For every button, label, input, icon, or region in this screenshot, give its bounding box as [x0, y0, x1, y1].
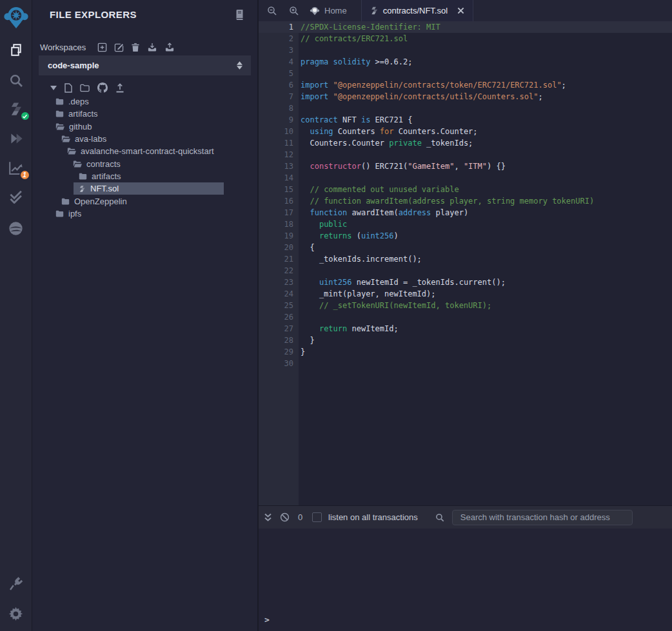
line-number: 14 [259, 172, 293, 184]
code-line[interactable]: 5 [259, 68, 672, 79]
sidebar-item-solidity-compiler[interactable] [6, 99, 26, 119]
close-tab-icon[interactable] [457, 7, 464, 14]
workspace-select[interactable]: code-sample [39, 55, 251, 75]
delete-workspace-button[interactable] [131, 43, 140, 52]
tree-item-ava-labs[interactable]: ava-labs [56, 133, 224, 145]
tree-item-nft-sol[interactable]: NFT.sol [74, 182, 224, 195]
sidebar-item-analytics[interactable]: 1 [6, 159, 26, 178]
code-line[interactable]: 13 constructor() ERC721("GameItem", "ITM… [259, 160, 672, 172]
code-editor[interactable]: 1//SPDX-License-Identifier: MIT2// contr… [259, 21, 672, 505]
tree-item-label: ipfs [68, 209, 81, 218]
download-workspace-button[interactable] [147, 43, 157, 52]
new-file-button[interactable] [64, 83, 72, 93]
icon-bar: 1 [0, 0, 32, 631]
tree-item-label: artifacts [68, 109, 98, 119]
code-line[interactable]: 9contract NFT is ERC721 { [259, 114, 672, 126]
remix-logo[interactable] [1, 3, 31, 32]
terminal-output[interactable]: > [259, 529, 672, 631]
line-number: 22 [259, 265, 293, 277]
restore-workspace-button[interactable] [164, 43, 175, 52]
expand-terminal-button[interactable] [264, 513, 272, 522]
line-number: 23 [259, 277, 293, 288]
tree-item-artifacts[interactable]: artifacts [74, 170, 224, 182]
folder-icon [55, 209, 64, 218]
rename-workspace-button[interactable] [114, 43, 124, 52]
code-line[interactable]: 20 { [259, 242, 672, 253]
code-line[interactable]: 27 return newItemId; [259, 323, 672, 335]
code-line[interactable]: 21 _tokenIds.increment(); [259, 253, 672, 265]
zoom-out-button[interactable] [267, 6, 277, 16]
code-line[interactable]: 1//SPDX-License-Identifier: MIT [259, 21, 672, 33]
code-line[interactable]: 6import "@openzeppelin/contracts/token/E… [259, 79, 672, 91]
line-number: 12 [259, 149, 293, 160]
collapse-tree-button[interactable] [50, 86, 57, 90]
line-number: 27 [259, 323, 293, 335]
code-line[interactable]: 25 // _setTokenURI(newItemId, tokenURI); [259, 300, 672, 311]
new-folder-button[interactable] [80, 84, 90, 92]
line-number: 29 [259, 346, 293, 358]
sidebar-item-search[interactable] [6, 71, 26, 90]
sidebar-item-unit-testing[interactable] [6, 188, 26, 207]
tree-item--deps[interactable]: .deps [50, 95, 224, 108]
tree-item-artifacts[interactable]: artifacts [50, 108, 224, 120]
line-content [293, 104, 301, 113]
tree-item-github[interactable]: github [50, 121, 224, 133]
zoom-in-icon [289, 6, 299, 16]
code-line[interactable]: 8 [259, 102, 672, 114]
sidebar-item-plugin-manager[interactable] [6, 574, 26, 594]
code-line[interactable]: 11 Counters.Counter private _tokenIds; [259, 137, 672, 149]
code-line[interactable]: 15 // commented out unused variable [259, 184, 672, 195]
code-line[interactable]: 10 using Counters for Counters.Counter; [259, 126, 672, 137]
line-content: Counters.Counter private _tokenIds; [293, 139, 473, 148]
line-number: 2 [259, 33, 293, 44]
github-import-button[interactable] [97, 83, 108, 93]
code-line[interactable]: 29} [259, 346, 672, 358]
line-content: { [293, 243, 315, 252]
code-line[interactable]: 19 returns (uint256) [259, 230, 672, 242]
open-folder-icon [67, 147, 76, 155]
tab-contracts-nft-sol[interactable]: contracts/NFT.sol [361, 0, 473, 21]
code-line[interactable]: 28 } [259, 335, 672, 346]
sidebar-item-settings[interactable] [6, 604, 26, 623]
sidebar-item-deploy-run[interactable] [6, 129, 26, 148]
listen-transactions-checkbox[interactable] [312, 512, 322, 522]
code-line[interactable]: 12 [259, 149, 672, 160]
code-line[interactable]: 23 uint256 newItemId = _tokenIds.current… [259, 277, 672, 288]
new-folder-icon [80, 84, 90, 92]
code-line[interactable]: 24 _mint(player, newItemId); [259, 288, 672, 300]
code-line[interactable]: 2// contracts/ERC721.sol [259, 33, 672, 44]
transaction-search-input[interactable] [452, 510, 633, 525]
code-line[interactable]: 22 [259, 265, 672, 277]
sidebar-item-plugin-sphere[interactable] [6, 218, 26, 238]
upload-file-button[interactable] [115, 83, 124, 93]
clear-console-button[interactable] [280, 512, 290, 522]
tab-home[interactable]: Home [310, 0, 361, 21]
sidebar-item-file-explorer[interactable] [6, 41, 26, 61]
tree-item-ipfs[interactable]: ipfs [50, 208, 224, 220]
transaction-count: 0 [298, 512, 304, 522]
add-workspace-button[interactable] [97, 43, 107, 52]
line-content: function awardItem(address player) [293, 208, 468, 217]
code-line[interactable]: 18 public [259, 218, 672, 230]
code-line[interactable]: 3 [259, 44, 672, 56]
line-content [293, 69, 301, 78]
code-line[interactable]: 4pragma solidity >=0.6.2; [259, 56, 672, 68]
terminal-prompt: > [264, 615, 270, 625]
solidity-file-icon [79, 184, 86, 193]
code-line[interactable]: 26 [259, 311, 672, 323]
trash-icon [131, 43, 140, 52]
code-line[interactable]: 30 [259, 358, 672, 369]
code-line[interactable]: 7import "@openzeppelin/contracts/utils/C… [259, 91, 672, 102]
book-icon[interactable] [235, 10, 244, 23]
line-content: } [293, 336, 315, 345]
zoom-in-button[interactable] [289, 6, 299, 16]
line-number: 15 [259, 184, 293, 195]
open-folder-icon [61, 135, 70, 143]
terminal-toolbar: 0 listen on all transactions [259, 506, 672, 529]
tree-item-openzeppelin[interactable]: OpenZeppelin [56, 195, 224, 207]
tree-item-avalanche-smart-contract-quickstart[interactable]: avalanche-smart-contract-quickstart [62, 145, 224, 157]
code-line[interactable]: 14 [259, 172, 672, 184]
tree-item-contracts[interactable]: contracts [68, 157, 224, 170]
code-line[interactable]: 16 // function awardItem(address player,… [259, 195, 672, 207]
code-line[interactable]: 17 function awardItem(address player) [259, 207, 672, 218]
